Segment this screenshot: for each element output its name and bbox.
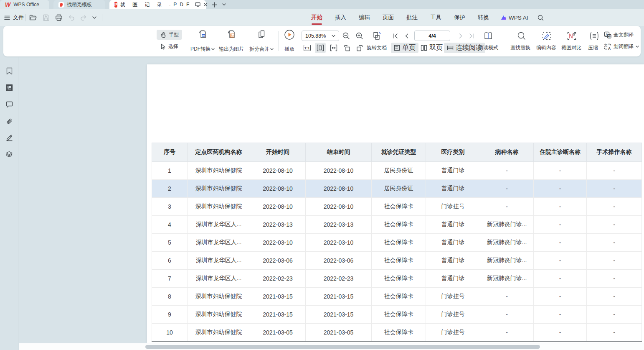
comment-icon[interactable] (5, 100, 13, 109)
bookmark-icon[interactable] (5, 67, 13, 75)
compress-label[interactable]: 压缩 (588, 45, 598, 51)
tab-list-chevron-icon[interactable] (222, 3, 226, 6)
split-merge-button[interactable]: 拆分合并 (248, 29, 275, 53)
rotate-document-label[interactable]: 旋转文档 (367, 45, 387, 51)
menu-tab-comment[interactable]: 批注 (400, 9, 424, 26)
screenshot-compare-label[interactable]: 截图对比 (561, 45, 581, 51)
table-cell: 8 (152, 288, 188, 306)
menu-tab-page[interactable]: 页面 (376, 9, 400, 26)
hamburger-menu-icon (4, 15, 10, 20)
menu-tab-edit[interactable]: 编辑 (352, 9, 376, 26)
table-cell: - (587, 216, 642, 234)
tab-wps-office[interactable]: W WPS Office (0, 0, 49, 9)
table-cell: 深圳市妇幼保健院 (188, 162, 250, 180)
table-cell: - (587, 234, 642, 252)
hand-tool-button[interactable]: 手型 (157, 30, 182, 40)
word-translate-label: 划词翻译 (614, 43, 634, 50)
table-cell: 深圳市妇幼保健院 (188, 180, 250, 198)
table-cell: 5 (152, 234, 188, 252)
read-mode-icon-button[interactable] (483, 31, 495, 41)
read-mode-label[interactable]: 阅读模式 (478, 45, 498, 51)
menu-tab-convert[interactable]: 转换 (472, 9, 495, 26)
tab-docer-templates[interactable]: 找稻壳模板 (53, 0, 105, 9)
table-cell: 深圳市龙华区人... (188, 216, 250, 234)
wps-logo-icon: W (5, 2, 10, 8)
zoom-out-button[interactable] (341, 31, 352, 41)
rotate-document-icon-button[interactable] (371, 31, 383, 41)
table-cell: - (587, 306, 642, 324)
zoom-level-select[interactable]: 105.88% (302, 31, 339, 41)
screenshot-compare-icon-button[interactable] (565, 31, 578, 41)
single-page-icon (394, 45, 400, 51)
column-header: 医疗类别 (426, 143, 480, 162)
table-cell: 2021-03-15 (250, 288, 306, 306)
table-cell: 2022-08-10 (306, 180, 372, 198)
full-translate-icon: A字 (604, 31, 611, 38)
table-cell: - (534, 306, 587, 324)
table-cell: 2022-08-10 (250, 180, 306, 198)
table-cell: 门诊挂号 (426, 324, 480, 342)
horizontal-scrollbar[interactable] (19, 343, 644, 350)
page-number-input[interactable]: 4/4 (414, 31, 450, 41)
rotate-left-button[interactable] (342, 43, 352, 53)
last-page-button[interactable] (467, 31, 476, 41)
prev-page-button[interactable] (402, 31, 411, 41)
menu-tab-wps-ai[interactable]: WPS AI (495, 9, 533, 26)
fit-width-button[interactable] (315, 43, 326, 53)
close-tab-icon[interactable] (203, 3, 208, 7)
select-tool-button[interactable]: 选择 (157, 41, 182, 51)
play-button[interactable]: 播放 (282, 29, 297, 53)
double-page-icon (421, 45, 427, 51)
rotate-right-button[interactable] (354, 43, 365, 53)
chevron-down-icon (636, 46, 639, 48)
attachment-icon[interactable] (5, 117, 13, 125)
find-replace-icon-button[interactable] (515, 31, 528, 41)
print-icon[interactable] (55, 14, 63, 21)
zoom-in-button[interactable] (354, 31, 365, 41)
chevron-down-icon (211, 48, 215, 50)
quick-access-chevron-icon[interactable] (92, 16, 96, 19)
table-cell: 10 (152, 324, 188, 342)
menu-tab-home[interactable]: 开始 (305, 9, 329, 26)
export-image-label: 输出为图片 (219, 46, 244, 53)
fit-page-button[interactable] (328, 43, 339, 53)
open-file-icon[interactable] (29, 14, 37, 21)
tab-document-active[interactable]: P 就 医 记 录 .PDF (109, 0, 206, 9)
pdf-page[interactable]: 序号定点医药机构名称开始时间结束时间就诊凭证类型医疗类别病种名称住院主诊断名称手… (147, 64, 644, 343)
undo-icon[interactable] (68, 15, 75, 20)
file-menu-button[interactable]: 文件 (4, 9, 24, 26)
new-tab-plus-icon[interactable] (212, 2, 217, 8)
table-cell: - (534, 162, 587, 180)
edit-content-icon-button[interactable] (540, 31, 553, 41)
next-page-button[interactable] (456, 31, 465, 41)
pdf-convert-button[interactable]: W PDF转换 (189, 29, 216, 53)
table-cell: - (480, 288, 534, 306)
tab-document-label: 就 医 记 录 .PDF (120, 1, 193, 8)
thumbnail-image-icon[interactable] (5, 83, 13, 92)
layers-icon[interactable] (5, 150, 13, 158)
split-merge-label: 拆分合并 (249, 46, 269, 53)
play-label: 播放 (284, 46, 294, 53)
edit-content-label[interactable]: 编辑内容 (536, 45, 556, 51)
zoom-level-value: 105.88% (305, 33, 326, 39)
screen-share-icon[interactable] (195, 2, 200, 7)
find-replace-label[interactable]: 查找替换 (510, 45, 530, 51)
actual-size-button[interactable]: 1:1 (302, 43, 312, 53)
redo-icon[interactable] (80, 15, 87, 20)
word-translate-button[interactable]: 文A 划词翻译 (604, 43, 639, 50)
menu-tab-insert[interactable]: 插入 (329, 9, 352, 26)
menu-tab-protect[interactable]: 保护 (448, 9, 472, 26)
svg-text:A: A (608, 46, 611, 51)
double-page-label: 双页 (429, 43, 443, 52)
menu-tab-tools[interactable]: 工具 (424, 9, 448, 26)
table-cell: 深圳市妇幼保健院 (188, 324, 250, 342)
export-image-button[interactable]: 输出为图片 (217, 29, 246, 53)
horizontal-scrollbar-thumb[interactable] (145, 345, 540, 349)
compress-icon-button[interactable] (588, 31, 601, 41)
menu-search-icon[interactable] (533, 9, 548, 26)
full-translate-button[interactable]: A字 全文翻译 (604, 31, 634, 38)
single-page-button[interactable]: 单页 (391, 43, 418, 53)
annotation-pen-icon[interactable] (5, 133, 13, 142)
save-icon[interactable] (43, 14, 50, 21)
first-page-button[interactable] (391, 31, 400, 41)
